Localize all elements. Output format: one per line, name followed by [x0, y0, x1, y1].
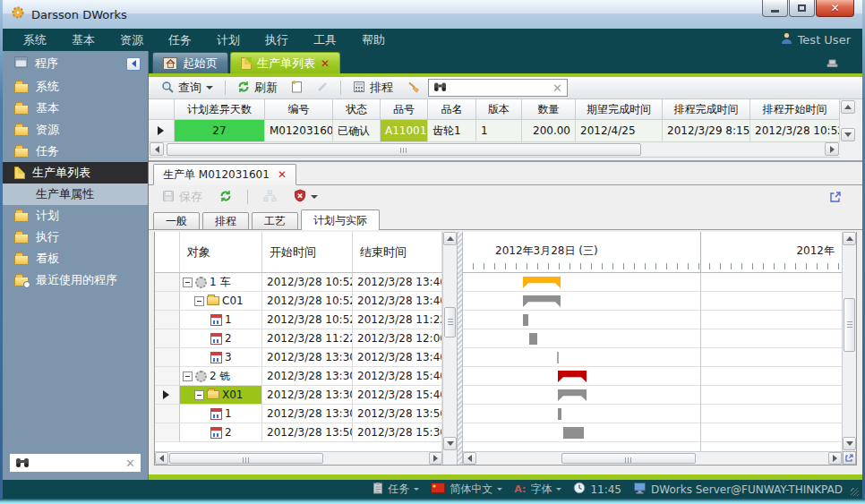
popout-icon[interactable] — [828, 190, 843, 207]
col-header-expect-finish[interactable]: 期望完成时间 — [576, 99, 663, 120]
scroll-left-button[interactable] — [463, 452, 476, 465]
gantt-bar[interactable] — [557, 352, 559, 363]
menu-tools[interactable]: 工具 — [301, 32, 349, 48]
collapse-expander-icon[interactable] — [183, 278, 193, 287]
sidebar-item-order-props[interactable]: 生产单属性 — [3, 184, 148, 205]
col-header-sched-finish[interactable]: 排程完成时间 — [663, 99, 750, 120]
vscroll-thumb[interactable] — [444, 307, 456, 337]
clear-filter-icon[interactable]: ✕ — [552, 82, 562, 94]
detail-doc-tab[interactable]: 生产单 M012031601 ✕ — [153, 164, 296, 185]
scroll-left-button[interactable] — [155, 452, 168, 465]
col-header-code[interactable]: 编号 — [265, 99, 333, 120]
gantt-bar[interactable] — [523, 314, 528, 326]
col-header-item-name[interactable]: 品名 — [428, 99, 476, 120]
menu-task[interactable]: 任务 — [156, 32, 204, 48]
grid-hscrollbar[interactable] — [149, 142, 840, 158]
grid-filter-input[interactable] — [451, 81, 548, 94]
resize-grip[interactable] — [851, 488, 859, 496]
tree-row-selected[interactable]: X01 2012/3/28 13:30 2012/3/28 15:40 — [155, 386, 442, 405]
gantt-bar[interactable] — [523, 277, 561, 288]
col-header-status[interactable]: 状态 — [333, 99, 381, 120]
gantt-bar[interactable] — [558, 408, 561, 420]
scroll-up-button[interactable] — [443, 232, 457, 245]
menu-system[interactable]: 系统 — [11, 32, 59, 48]
tree-row[interactable]: 1 2012/3/28 13:30 2012/3/28 13:50 — [155, 405, 442, 423]
collapse-expander-icon[interactable] — [194, 390, 204, 400]
hscroll-thumb[interactable] — [561, 453, 696, 464]
menu-plan[interactable]: 计划 — [204, 32, 253, 48]
gantt-bar[interactable] — [529, 333, 537, 345]
new-button[interactable] — [286, 78, 308, 98]
sidebar-collapse-button[interactable] — [126, 57, 141, 71]
menu-resource[interactable]: 资源 — [107, 32, 156, 48]
col-header-item-no[interactable]: 品号 — [381, 99, 428, 120]
scroll-right-button[interactable] — [825, 142, 839, 156]
pin-icon[interactable] — [826, 56, 839, 73]
sidebar-search-input[interactable] — [35, 457, 120, 469]
scroll-left-button[interactable] — [150, 142, 164, 156]
sidebar-item-system[interactable]: 系统 — [3, 76, 148, 98]
grid-vscrollbar[interactable] — [840, 99, 856, 142]
collapse-expander-icon[interactable] — [194, 296, 204, 306]
scroll-up-button[interactable] — [841, 100, 855, 114]
subtab-schedule[interactable]: 排程 — [202, 212, 249, 230]
scroll-down-button[interactable] — [843, 437, 856, 450]
tab-close-icon[interactable]: ✕ — [321, 58, 330, 69]
restore-button[interactable] — [789, 0, 815, 17]
gantt-bar[interactable] — [563, 427, 584, 439]
tree-row[interactable]: 2 铣 2012/3/28 13:30 2012/3/28 15:40 — [155, 367, 442, 386]
gantt-bar[interactable] — [523, 295, 561, 307]
status-task-menu[interactable]: 任务 — [373, 482, 419, 497]
col-header-sched-start[interactable]: 排程开始时间 — [750, 99, 840, 120]
sidebar-item-order-list[interactable]: 生产单列表 — [3, 162, 148, 184]
scroll-right-button[interactable] — [429, 452, 442, 465]
gantt-popout-button[interactable] — [843, 451, 856, 465]
clear-search-icon[interactable]: ✕ — [125, 457, 135, 469]
tree-vscrollbar[interactable] — [442, 232, 457, 465]
tree-col-object[interactable]: 对象 — [180, 232, 262, 272]
menu-execute[interactable]: 执行 — [253, 32, 301, 48]
vscroll-thumb[interactable] — [844, 298, 855, 352]
tab-order-list[interactable]: 生产单列表 ✕ — [230, 52, 340, 73]
tab-home[interactable]: 起始页 — [152, 52, 228, 73]
gantt-bar[interactable] — [558, 371, 587, 382]
tree-row[interactable]: 1 车 2012/3/28 10:52 2012/3/28 13:40 — [155, 273, 442, 292]
edit-button[interactable] — [311, 79, 334, 98]
gantt-vscrollbar[interactable] — [842, 232, 856, 465]
sidebar-item-execute[interactable]: 执行 — [3, 226, 148, 248]
collapse-expander-icon[interactable] — [183, 372, 193, 381]
sidebar-item-recent[interactable]: 最近使用的程序 — [3, 269, 148, 291]
menu-help[interactable]: 帮助 — [349, 32, 398, 48]
refresh-button[interactable]: 刷新 — [232, 78, 283, 98]
tree-row[interactable]: 2 2012/3/28 11:22 2012/3/28 12:00 — [155, 329, 442, 348]
scroll-up-button[interactable] — [843, 232, 856, 245]
hscroll-thumb[interactable] — [167, 143, 641, 156]
detail-close-icon[interactable]: ✕ — [278, 169, 287, 180]
query-button[interactable]: 查询 — [156, 78, 218, 98]
scroll-down-button[interactable] — [841, 128, 855, 141]
menu-basic[interactable]: 基本 — [59, 32, 107, 48]
scroll-down-button[interactable] — [443, 437, 457, 450]
col-header-qty[interactable]: 数量 — [522, 99, 576, 120]
col-header-diff-days[interactable]: 计划差异天数 — [175, 99, 265, 120]
clean-button[interactable] — [401, 79, 425, 98]
tree-row[interactable]: 1 2012/3/28 10:52 2012/3/28 11:22 — [155, 311, 442, 329]
sidebar-item-plan[interactable]: 计划 — [3, 205, 148, 226]
tree-row[interactable]: C01 2012/3/28 10:52 2012/3/28 13:40 — [155, 292, 442, 311]
subtab-process[interactable]: 工艺 — [252, 212, 298, 230]
gantt-bar[interactable] — [558, 389, 587, 401]
schedule-button[interactable]: 排程 — [347, 78, 398, 98]
detail-refresh-button[interactable] — [214, 188, 237, 207]
save-button[interactable]: 保存 — [157, 187, 208, 207]
block-button[interactable] — [288, 187, 323, 207]
grid-row[interactable]: 27 M012031601 已确认 A11001 齿轮1 1 200.00 20… — [149, 120, 862, 142]
splitter-handle[interactable] — [457, 232, 463, 465]
scroll-right-button[interactable] — [828, 452, 842, 465]
close-button[interactable]: ✕ — [816, 0, 854, 17]
minimize-button[interactable] — [762, 0, 788, 17]
tree-col-end[interactable]: 结束时间 — [353, 232, 442, 272]
col-header-version[interactable]: 版本 — [476, 99, 522, 120]
status-language-menu[interactable]: 简体中文 — [431, 482, 502, 497]
sidebar-item-task[interactable]: 任务 — [3, 141, 148, 162]
sidebar-item-kanban[interactable]: 看板 — [3, 248, 148, 269]
